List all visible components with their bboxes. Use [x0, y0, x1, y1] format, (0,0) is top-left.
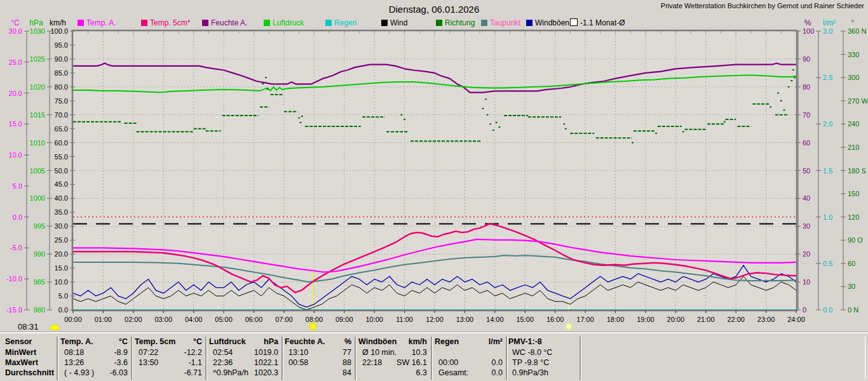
tick-label: 80.0: [55, 83, 68, 91]
tick-label: 50: [803, 167, 810, 175]
axis-unit: %: [804, 18, 811, 27]
tick-label: 150: [848, 190, 859, 197]
tick-label: 10.0: [55, 278, 68, 286]
x-tick-label: 15:00: [516, 316, 534, 323]
tick-label: 40: [803, 194, 810, 202]
x-tick-label: 19:00: [637, 316, 654, 323]
tick-label: 10: [803, 278, 810, 286]
tick-label: 3.0: [823, 27, 832, 35]
table-separator-highlight: [432, 337, 433, 380]
x-tick-label: 17:00: [576, 316, 594, 323]
axis-unit: hPa: [29, 18, 43, 27]
tick-label: 80: [803, 83, 810, 91]
table-cell: -12.2: [158, 348, 202, 358]
tick-label: 1025: [30, 55, 45, 63]
tick-label: 40.0: [55, 194, 68, 202]
table-cell: 1022.1: [233, 358, 278, 368]
tick-label: 300: [848, 74, 859, 81]
x-tick-label: 11:00: [396, 316, 413, 323]
day-length: 08:31: [18, 322, 39, 331]
table-separator-highlight: [283, 337, 283, 380]
tick-label: 15.0: [55, 264, 68, 272]
table-cell: 6.3: [383, 368, 427, 378]
table-cell: 1020.3: [233, 368, 278, 378]
tick-label: -15.0: [6, 306, 22, 314]
axis-lm: l/m²3.02.52.01.51.00.50.0: [816, 18, 836, 314]
tick-label: 1005: [30, 167, 45, 175]
tick-label: 90: [803, 55, 810, 63]
tick-label: 120: [848, 213, 859, 221]
axis-%: %1009080706050403020100: [796, 18, 814, 314]
axis-unit: °C: [11, 18, 20, 27]
axis-°: °360 N330300270 W240210180 S15012090 O60…: [841, 18, 868, 314]
table-col-header: PMV-1:-8: [508, 337, 551, 347]
sun-icon: [564, 321, 574, 332]
table-cell: -1.1: [158, 358, 202, 368]
table-row-label: MinWert: [5, 348, 56, 358]
x-tick-label: 13:00: [456, 316, 474, 323]
x-tick-label: 21:00: [697, 316, 715, 323]
axis-unit: l/m²: [823, 18, 836, 27]
x-tick-label: 04:00: [185, 316, 203, 323]
tick-label: 1020: [30, 83, 45, 91]
table-col-unit: hPa: [240, 337, 278, 347]
x-tick-label: 05:00: [215, 316, 233, 323]
tick-label: -10.0: [6, 275, 22, 283]
weather-chart: °C30.025.020.015.010.05.00.0-5.0-10.0-15…: [0, 0, 868, 331]
tick-label: 985: [34, 278, 45, 286]
table-cell: 0.0: [458, 358, 503, 368]
table-separator-highlight: [58, 337, 58, 380]
axis-hPa: hPa1030102510201015101010051000995990985…: [29, 18, 52, 314]
table-col-unit: km/h: [390, 337, 427, 347]
table-row-label: Durchschnitt: [5, 368, 56, 378]
x-tick-label: 10:00: [365, 316, 383, 323]
tick-label: 0: [803, 306, 806, 314]
tick-label: 60: [803, 139, 810, 147]
tick-label: 85.0: [55, 69, 68, 77]
table-separator-highlight: [507, 337, 508, 380]
tick-label: 1010: [30, 139, 45, 147]
table-cell: 0.0: [458, 368, 503, 378]
table-cell: 77: [308, 348, 351, 358]
table-cell: 1019.0: [233, 348, 278, 358]
tick-label: 90 O: [848, 236, 863, 244]
day-length-sun-icon: [50, 325, 60, 330]
x-tick-label: 07:00: [275, 316, 293, 323]
tick-label: 980: [34, 306, 45, 314]
table-cell: -3.6: [84, 358, 128, 368]
tick-label: 75.0: [55, 97, 68, 105]
tick-label: 5.0: [58, 292, 68, 300]
table-cell: 88: [308, 358, 351, 368]
x-tick-label: 14:00: [486, 316, 504, 323]
tick-label: 100.0: [50, 27, 68, 35]
tick-label: 60.0: [55, 139, 68, 147]
x-tick-label: 03:00: [154, 316, 172, 323]
tick-label: 0 N: [848, 306, 858, 314]
table-col-unit: l/m²: [465, 337, 503, 347]
table-row-label: MaxWert: [5, 358, 56, 368]
tick-label: 30: [848, 283, 855, 290]
table-cell: 0.9hPa/3h: [512, 368, 553, 378]
table-col-unit: °C: [165, 337, 202, 347]
tick-label: 55.0: [55, 153, 68, 161]
sun-icon: [307, 321, 318, 332]
tick-label: 20.0: [9, 90, 22, 97]
axis-unit: °: [851, 18, 855, 27]
weather-station-screen: Dienstag, 06.01.2026 Private Wetterstati…: [0, 0, 868, 381]
x-tick-label: 12:00: [426, 316, 444, 323]
tick-label: 990: [34, 250, 45, 258]
tick-label: 25.0: [55, 236, 68, 244]
table-cell: TP -9.8 °C: [512, 358, 553, 368]
tick-label: 0.0: [13, 213, 22, 221]
x-tick-label: 01:00: [95, 316, 112, 323]
tick-label: 30.0: [9, 27, 22, 35]
tick-label: 15.0: [9, 120, 22, 128]
divider-highlight: [0, 332, 868, 333]
tick-label: 25.0: [9, 58, 22, 66]
table-right-edge: [865, 337, 865, 380]
tick-label: 65.0: [55, 125, 68, 133]
x-tick-label: 16:00: [546, 316, 564, 323]
tick-label: 1015: [30, 111, 45, 119]
table-cell: 84: [308, 368, 351, 378]
tick-label: 90.0: [55, 55, 68, 63]
